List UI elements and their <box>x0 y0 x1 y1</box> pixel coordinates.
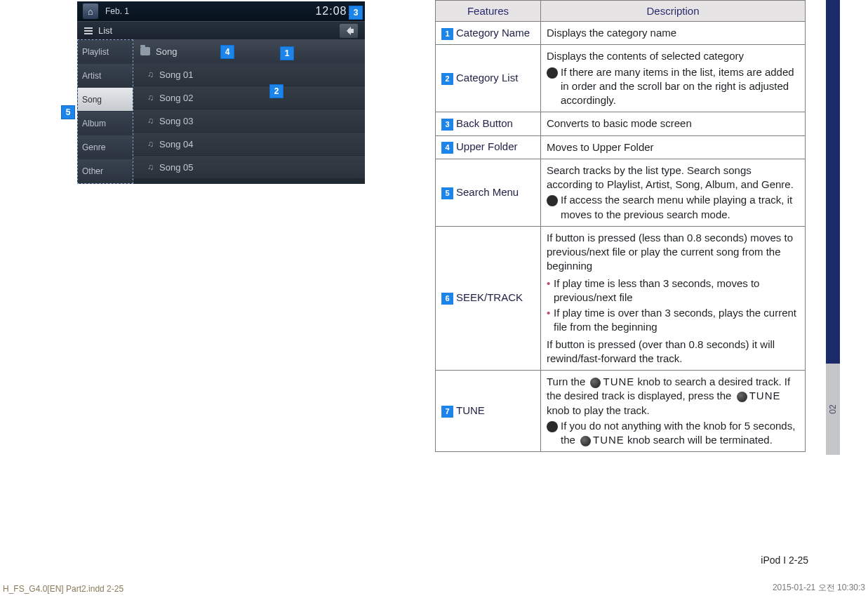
device-songlist: Song ♫Song 01 ♫Song 02 ♫Song 03 ♫Song 04… <box>133 39 365 184</box>
sidebar-item-artist[interactable]: Artist <box>78 64 133 88</box>
device-screenshot: ⌂ Feb. 1 12:08AM List Playlist Artist So… <box>77 1 365 184</box>
note-icon: ♫ <box>147 69 154 79</box>
knob-icon <box>580 436 591 446</box>
th-features: Features <box>436 1 541 22</box>
row-name: Upper Folder <box>456 140 518 152</box>
info-icon: i <box>547 421 558 432</box>
row-desc: Turn the TUNE knob to search a desired t… <box>547 375 799 418</box>
row-bullets: If play time is less than 3 seconds, mov… <box>547 277 799 335</box>
status-date: Feb. 1 <box>105 6 129 16</box>
device-titlebar: List <box>77 21 365 39</box>
sidebar-item-other[interactable]: Other <box>78 159 133 183</box>
callout-4: 4 <box>220 45 234 59</box>
info-icon: i <box>547 67 558 79</box>
back-button[interactable] <box>340 24 358 38</box>
device-sidebar: Playlist Artist Song Album Genre Other <box>77 39 133 184</box>
sidebar-item-song[interactable]: Song <box>78 88 133 112</box>
page-side-tabs: 02 <box>826 0 840 491</box>
knob-icon <box>590 378 601 388</box>
callout-1: 1 <box>280 46 294 60</box>
table-row: 5Search Menu Search tracks by the list t… <box>436 159 806 226</box>
row-name: Category Name <box>456 27 530 39</box>
row-num: 1 <box>441 28 453 40</box>
row-num: 5 <box>441 187 453 199</box>
note-icon: ♫ <box>147 93 154 102</box>
row-desc: Converts to basic mode screen <box>541 112 806 135</box>
song-header[interactable]: Song <box>133 39 365 63</box>
table-row: 1Category Name Displays the category nam… <box>436 22 806 45</box>
note-icon: ♫ <box>147 116 154 126</box>
page-number: iPod I 2-25 <box>761 554 808 566</box>
device-statusbar: ⌂ Feb. 1 12:08AM <box>77 1 365 21</box>
row-desc: Displays the contents of selected catego… <box>547 49 799 63</box>
print-footer-left: H_FS_G4.0[EN] Part2.indd 2-25 <box>3 584 123 594</box>
side-tab-blue <box>826 0 840 364</box>
list-label: List <box>98 25 112 36</box>
list-item[interactable]: ♫Song 03 <box>133 109 365 133</box>
row-num: 6 <box>441 293 453 305</box>
row-info: iIf access the search menu while playing… <box>547 193 799 222</box>
row-num: 4 <box>441 142 453 154</box>
row-desc: Moves to Upper Folder <box>541 135 806 159</box>
row-num: 3 <box>441 119 453 131</box>
feature-table: Features Description 1Category Name Disp… <box>435 0 806 452</box>
sidebar-item-genre[interactable]: Genre <box>78 135 133 159</box>
row-num: 7 <box>441 406 453 418</box>
row-name: TUNE <box>456 404 485 416</box>
row-name: Search Menu <box>456 186 519 198</box>
table-row: 7TUNE Turn the TUNE knob to search a des… <box>436 371 806 452</box>
callout-3: 3 <box>349 6 363 20</box>
table-row: 4Upper Folder Moves to Upper Folder <box>436 135 806 159</box>
row-info: iIf you do not anything with the knob fo… <box>547 419 799 448</box>
sidebar-item-playlist[interactable]: Playlist <box>78 40 133 64</box>
note-icon: ♫ <box>147 139 154 149</box>
table-row: 6SEEK/TRACK If button is pressed (less t… <box>436 226 806 370</box>
list-item[interactable]: ♫Song 02 <box>133 86 365 109</box>
table-row: 2Category List Displays the contents of … <box>436 45 806 112</box>
print-footer-right: 2015-01-21 오전 10:30:3 <box>773 582 865 594</box>
callout-5: 5 <box>61 105 75 119</box>
sidebar-item-album[interactable]: Album <box>78 112 133 135</box>
folder-icon <box>140 47 150 55</box>
info-icon: i <box>547 195 558 206</box>
side-tab-chapter: 02 <box>826 364 840 455</box>
row-name: Back Button <box>456 117 513 129</box>
row-num: 2 <box>441 73 453 85</box>
song-header-label: Song <box>156 46 177 57</box>
row-name: SEEK/TRACK <box>456 291 523 303</box>
list-item[interactable]: ♫Song 01 <box>133 63 365 86</box>
knob-icon <box>737 392 747 402</box>
device-body: Playlist Artist Song Album Genre Other S… <box>77 39 365 184</box>
row-desc: Search tracks by the list type. Search s… <box>547 164 799 192</box>
list-item[interactable]: ♫Song 04 <box>133 133 365 156</box>
row-desc-tail: If button is pressed (over than 0.8 seco… <box>547 338 799 366</box>
home-icon[interactable]: ⌂ <box>83 4 98 19</box>
th-description: Description <box>541 1 806 22</box>
table-row: 3Back Button Converts to basic mode scre… <box>436 112 806 135</box>
row-desc: If button is pressed (less than 0.8 seco… <box>547 231 799 274</box>
row-name: Category List <box>456 72 518 84</box>
row-info: iIf there are many items in the list, it… <box>547 65 799 108</box>
list-icon <box>84 27 93 34</box>
note-icon: ♫ <box>147 162 154 172</box>
list-item[interactable]: ♫Song 05 <box>133 156 365 179</box>
row-desc: Displays the category name <box>541 22 806 45</box>
callout-2: 2 <box>269 84 283 98</box>
